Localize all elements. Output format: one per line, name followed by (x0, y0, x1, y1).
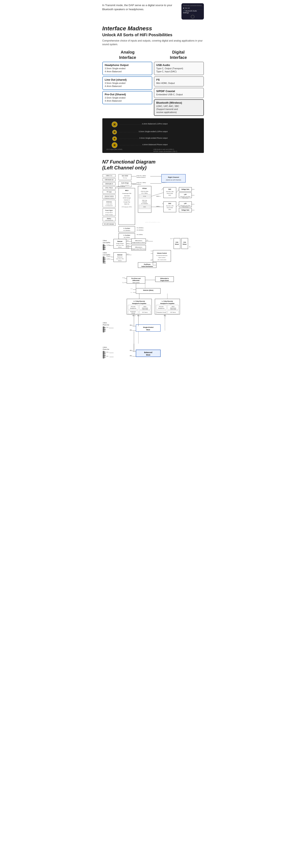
svg-text:Google Play: Google Play (123, 202, 130, 203)
svg-text:PO -: PO - (130, 355, 133, 356)
svg-text:Gain Control: Gain Control (133, 282, 139, 283)
svg-text:49.152MHz: 49.152MHz (123, 237, 130, 238)
svg-text:PO +: PO + (137, 315, 140, 316)
svg-line-130 (176, 204, 179, 207)
svg-text:Driver: Driver (183, 244, 187, 245)
svg-text:DC Servo: DC Servo (142, 312, 147, 313)
svg-text:3.5mm: 3.5mm (103, 322, 107, 323)
usb-audio-box: USB Audio Type-C, Output (Transport)Type… (154, 62, 204, 75)
svg-text:4.4mm Balanced Phone output: 4.4mm Balanced Phone output (142, 144, 168, 146)
svg-text:4G LED Indicator: 4G LED Indicator (104, 223, 114, 225)
svg-text:PO -: PO - (130, 330, 133, 331)
spdif-desc: Embedded USB-C, Output (156, 93, 201, 96)
i2s-desc: Mini HDMI, Output (156, 82, 201, 85)
svg-text:5.5mm Single-ended LO/Pre outp: 5.5mm Single-ended LO/Pre output (139, 130, 168, 132)
svg-rect-230 (128, 305, 138, 309)
diagram-title: N7 Functional Diagram (Left Channel only… (102, 159, 204, 171)
svg-text:Protection: Protection (130, 311, 136, 312)
diagram-lower: Pre-Driver and Differential Gain Control… (102, 275, 204, 422)
svg-text:MQA 16x: MQA 16x (124, 204, 129, 205)
svg-text:L- Fully Discrete: L- Fully Discrete (162, 301, 173, 302)
svg-text:L -: L - (123, 282, 124, 283)
svg-text:LPF: LPF (184, 194, 186, 195)
headphone-output-desc: 3.5mm Single-ended4.4mm Balanced (105, 67, 150, 73)
pre-out-box: Pre-Out (Shared) 3.5mm Single-ended4.4mm… (102, 91, 152, 104)
svg-text:Line Out/Pre: Line Out/Pre (103, 254, 110, 255)
svg-text:Pre-Driver and: Pre-Driver and (131, 278, 140, 279)
svg-text:Pre/Phone: Pre/Phone (144, 264, 150, 265)
svg-rect-118 (119, 226, 135, 232)
svg-text:DSD 1bit: DSD 1bit (142, 200, 147, 201)
svg-text:USB Audio in and out (USB-C): USB Audio in and out (USB-C) (153, 149, 174, 150)
svg-text:Class A/AB: Class A/AB (142, 309, 148, 310)
svg-text:Volume Control: Volume Control (104, 195, 114, 197)
svg-text:2.4/5G WiFi: 2.4/5G WiFi (106, 204, 112, 205)
svg-text:Phone Out: Phone Out (103, 324, 109, 326)
line-out-box: Line Out (shared) 3.5mm Single-ended4.4m… (102, 76, 152, 90)
digital-column: USB Audio Type-C, Output (Transport)Type… (154, 62, 204, 116)
svg-text:45.1584MHz: 45.1584MHz (137, 229, 143, 231)
svg-text:I2S Output (Mini HDMI): I2S Output (Mini HDMI) (106, 149, 122, 150)
svg-text:22.5792MHz: 22.5792MHz (141, 203, 148, 204)
svg-rect-121 (119, 233, 135, 239)
menu-see-all: ▶ See all (182, 7, 203, 9)
svg-text:L +: L + (131, 288, 133, 289)
svg-text:Differential to: Differential to (135, 247, 142, 248)
svg-rect-219 (136, 288, 161, 293)
interface-section: Interface Madness Unlock All Sorts of Hi… (99, 21, 207, 155)
svg-text:BIAS: BIAS (172, 306, 174, 307)
svg-text:45.1584MHz: 45.1584MHz (137, 227, 143, 228)
svg-text:Headphone Amplifier: Headphone Amplifier (160, 303, 174, 304)
svg-text:Discrete Low Pass: Discrete Low Pass (180, 196, 190, 197)
menu-previously: Previously connected devices (182, 4, 203, 7)
svg-text:3.5mm Single-ended Phone outpu: 3.5mm Single-ended Phone output (139, 137, 168, 139)
analog-column: Headphone Output 3.5mm Single-ended4.4mm… (102, 62, 152, 104)
svg-text:Balanced: Balanced (117, 256, 122, 257)
svg-text:Filter Circuit: Filter Circuit (182, 197, 188, 199)
svg-text:DAC: DAC (168, 189, 171, 190)
svg-text:Mute: Mute (146, 329, 150, 331)
svg-text:Selector: Selector (117, 241, 122, 242)
svg-point-4 (114, 124, 115, 125)
svg-text:PO +: PO + (133, 315, 136, 316)
svg-text:Driver: Driver (175, 244, 179, 245)
svg-text:45.1584MHz: 45.1584MHz (123, 230, 130, 231)
svg-text:Mini HDMI: Mini HDMI (122, 175, 128, 177)
svg-text:PO -: PO - (106, 327, 109, 328)
svg-text:Line Out / Pre: Line Out / Pre (116, 258, 124, 259)
svg-rect-288 (103, 357, 106, 357)
svg-text:DAC: DAC (168, 209, 171, 210)
svg-text:Discrete 1-Bit: Discrete 1-Bit (166, 205, 173, 207)
svg-rect-143 (103, 249, 106, 249)
svg-text:Differential: Differential (133, 280, 139, 281)
svg-text:L -: L - (131, 292, 132, 293)
svg-text:4-Channel electronic: 4-Channel electronic (156, 255, 167, 256)
svg-text:44.1-768Hz: 44.1-768Hz (141, 193, 147, 194)
svg-text:PCM 44.1-768Hz: PCM 44.1-768Hz (137, 182, 146, 183)
svg-rect-141 (103, 246, 106, 246)
svg-text:4.4mm: 4.4mm (103, 252, 107, 253)
svg-text:PO -: PO - (106, 356, 109, 357)
svg-text:USB Audio out: USB Audio out (105, 179, 113, 180)
svg-text:L+: L+ (151, 250, 152, 251)
svg-text:Power Mgmt.: Power Mgmt. (105, 210, 113, 211)
svg-text:Line: Line (175, 242, 178, 243)
svg-text:Single-Ended: Single-Ended (160, 280, 169, 281)
svg-text:LO -: LO - (127, 240, 129, 241)
svg-text:(Same as Left Channel): (Same as Left Channel) (166, 179, 181, 181)
svg-text:Adjustment: Adjustment (170, 307, 176, 309)
svg-rect-162 (132, 245, 146, 250)
svg-text:Differential to: Differential to (135, 240, 142, 241)
svg-text:LO +: LO + (127, 253, 130, 255)
svg-text:DSD L-: DSD L- (156, 206, 161, 207)
svg-text:Direct DSD: Direct DSD (167, 193, 173, 194)
svg-text:LPF: LPF (184, 203, 186, 204)
svg-text:Single-Ended: Single-Ended (116, 243, 123, 244)
svg-text:PS Out: PS Out (123, 177, 127, 179)
svg-text:Headphone Amplifier: Headphone Amplifier (132, 303, 146, 304)
pre-out-title: Pre-Out (Shared) (105, 93, 150, 96)
svg-text:DSD L+: DSD L+ (156, 196, 161, 197)
headphone-output-box: Headphone Output 3.5mm Single-ended4.4mm… (102, 62, 152, 75)
bluetooth-title: Bluetooth (Wireless) (156, 101, 201, 104)
svg-text:Selector: Selector (117, 254, 122, 255)
